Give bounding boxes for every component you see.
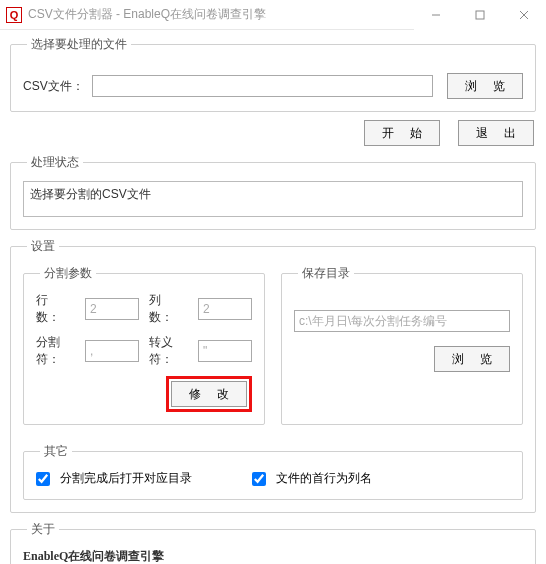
split-params-legend: 分割参数 <box>40 265 96 282</box>
delimiter-label: 分割符： <box>36 334 67 368</box>
titlebar: Q CSV文件分割器 - EnableQ在线问卷调查引擎 <box>0 0 546 30</box>
cols-input[interactable] <box>198 298 252 320</box>
status-group: 处理状态 选择要分割的CSV文件 <box>10 154 536 230</box>
minimize-button[interactable] <box>414 0 458 30</box>
about-legend: 关于 <box>27 521 59 538</box>
cols-label: 列数： <box>149 292 180 326</box>
delimiter-input[interactable] <box>85 340 139 362</box>
first-line-checkbox-wrap[interactable]: 文件的首行为列名 <box>252 470 372 487</box>
select-file-group: 选择要处理的文件 CSV文件： 浏 览 <box>10 36 536 112</box>
about-group: 关于 EnableQ在线问卷调查引擎 CSV文件分割器 V1.0 Copyrig… <box>10 521 536 564</box>
app-icon: Q <box>6 7 22 23</box>
save-dir-legend: 保存目录 <box>298 265 354 282</box>
open-dir-checkbox-wrap[interactable]: 分割完成后打开对应目录 <box>36 470 192 487</box>
rows-label: 行数： <box>36 292 67 326</box>
settings-group: 设置 分割参数 行数： 列数： 分割符： 转义符： 修 改 <box>10 238 536 513</box>
select-file-legend: 选择要处理的文件 <box>27 36 131 53</box>
split-params-group: 分割参数 行数： 列数： 分割符： 转义符： 修 改 <box>23 265 265 425</box>
start-button[interactable]: 开 始 <box>364 120 440 146</box>
escape-label: 转义符： <box>149 334 180 368</box>
maximize-button[interactable] <box>458 0 502 30</box>
escape-input[interactable] <box>198 340 252 362</box>
svg-rect-1 <box>476 11 484 19</box>
about-title: EnableQ在线问卷调查引擎 <box>23 548 317 564</box>
other-legend: 其它 <box>40 443 72 460</box>
other-group: 其它 分割完成后打开对应目录 文件的首行为列名 <box>23 443 523 500</box>
modify-button[interactable]: 修 改 <box>171 381 247 407</box>
status-text: 选择要分割的CSV文件 <box>23 181 523 217</box>
save-dir-input[interactable] <box>294 310 510 332</box>
window-title: CSV文件分割器 - EnableQ在线问卷调查引擎 <box>28 6 414 23</box>
open-dir-label: 分割完成后打开对应目录 <box>60 470 192 487</box>
status-legend: 处理状态 <box>27 154 83 171</box>
close-button[interactable] <box>502 0 546 30</box>
first-line-label: 文件的首行为列名 <box>276 470 372 487</box>
browse-dir-button[interactable]: 浏 览 <box>434 346 510 372</box>
first-line-checkbox[interactable] <box>252 472 266 486</box>
rows-input[interactable] <box>85 298 139 320</box>
modify-highlight: 修 改 <box>166 376 252 412</box>
exit-button[interactable]: 退 出 <box>458 120 534 146</box>
settings-legend: 设置 <box>27 238 59 255</box>
open-dir-checkbox[interactable] <box>36 472 50 486</box>
browse-csv-button[interactable]: 浏 览 <box>447 73 523 99</box>
csv-file-label: CSV文件： <box>23 78 84 95</box>
save-dir-group: 保存目录 浏 览 <box>281 265 523 425</box>
csv-file-input[interactable] <box>92 75 433 97</box>
